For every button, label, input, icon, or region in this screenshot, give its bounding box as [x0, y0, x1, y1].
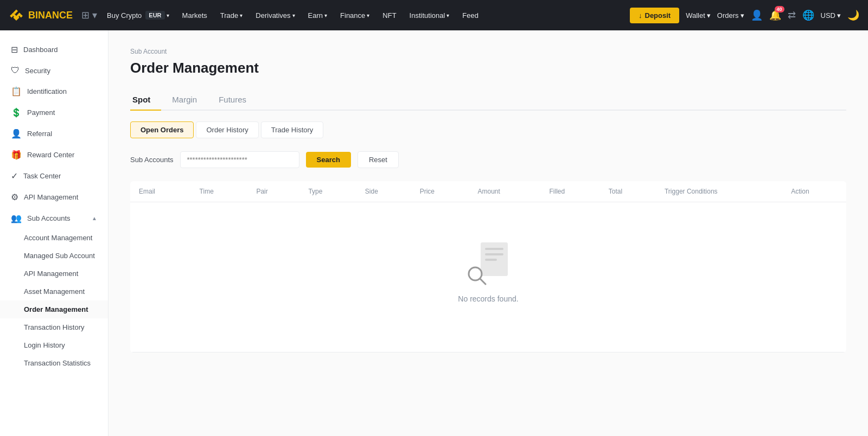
deposit-button[interactable]: ↓ Deposit — [630, 8, 679, 23]
nav-finance[interactable]: Finance ▾ — [335, 8, 375, 23]
reset-button[interactable]: Reset — [358, 151, 399, 168]
chevron-up-icon: ▲ — [92, 215, 97, 221]
sidebar-item-api-management[interactable]: ⚙ API Management — [0, 187, 108, 208]
nav-markets[interactable]: Markets — [177, 8, 213, 23]
orders-table-wrapper: Email Time Pair Type Side Price Amount F… — [130, 181, 846, 352]
sidebar-item-reward-center[interactable]: 🎁 Reward Center — [0, 144, 108, 165]
main-tabs: Spot Margin Futures — [130, 89, 846, 111]
binance-logo-icon — [9, 8, 24, 23]
sidebar-sub-account-management[interactable]: Account Management — [0, 229, 108, 247]
currency-selector[interactable]: USD ▾ — [821, 11, 841, 20]
deposit-icon: ↓ — [639, 11, 642, 20]
empty-state-cell: No records found. — [130, 202, 846, 344]
col-email: Email — [130, 181, 191, 202]
sidebar-sub-api-management[interactable]: API Management — [0, 265, 108, 283]
payment-icon: 💲 — [11, 107, 22, 118]
id-icon: 📋 — [11, 86, 22, 97]
tab-margin[interactable]: Margin — [170, 89, 208, 111]
empty-state-icon — [467, 242, 510, 286]
grid-icon[interactable]: ⊞ ▾ — [81, 9, 97, 21]
page-title: Order Management — [130, 60, 846, 76]
subtab-trade-history[interactable]: Trade History — [261, 121, 324, 138]
task-icon: ✓ — [11, 171, 18, 181]
orders-button[interactable]: Orders ▾ — [717, 11, 744, 20]
profile-icon[interactable]: 👤 — [751, 9, 763, 21]
sidebar-item-payment[interactable]: 💲 Payment — [0, 102, 108, 123]
theme-toggle[interactable]: 🌙 — [847, 9, 859, 21]
col-filled: Filled — [541, 181, 600, 202]
sidebar-sub-transaction-history[interactable]: Transaction History — [0, 318, 108, 336]
page-layout: ⊟ Dashboard 🛡 Security 📋 Identification … — [0, 30, 868, 436]
nav-feed[interactable]: Feed — [457, 8, 484, 23]
table-bottom-rule — [130, 352, 846, 352]
col-total: Total — [600, 181, 656, 202]
col-side: Side — [356, 181, 411, 202]
col-pair: Pair — [247, 181, 299, 202]
nav-buy-crypto[interactable]: Buy Crypto EUR ▾ — [101, 8, 175, 23]
col-time: Time — [191, 181, 248, 202]
dashboard-icon: ⊟ — [11, 44, 18, 55]
topnav-right: ↓ Deposit Wallet ▾ Orders ▾ 👤 🔔 40 ⇄ 🌐 U… — [630, 8, 859, 23]
nav-institutional[interactable]: Institutional ▾ — [404, 8, 455, 23]
col-amount: Amount — [469, 181, 541, 202]
sidebar-item-security[interactable]: 🛡 Security — [0, 60, 108, 81]
sidebar-sub-order-management[interactable]: Order Management — [0, 300, 108, 318]
table-header: Email Time Pair Type Side Price Amount F… — [130, 181, 846, 202]
subtab-order-history[interactable]: Order History — [196, 121, 258, 138]
nav-nft[interactable]: NFT — [377, 8, 401, 23]
top-navigation: BINANCE ⊞ ▾ Buy Crypto EUR ▾ Markets Tra… — [0, 0, 868, 30]
sidebar-sub-transaction-statistics[interactable]: Transaction Statistics — [0, 354, 108, 372]
empty-state: No records found. — [139, 210, 838, 336]
tab-futures[interactable]: Futures — [216, 89, 257, 111]
nav-derivatives[interactable]: Derivatives ▾ — [250, 8, 300, 23]
logo-text: BINANCE — [28, 10, 73, 21]
table-header-row: Email Time Pair Type Side Price Amount F… — [130, 181, 846, 202]
api-icon: ⚙ — [11, 192, 18, 202]
notification-wrapper: 🔔 40 — [769, 9, 781, 21]
sidebar-sub-asset-management[interactable]: Asset Management — [0, 283, 108, 300]
breadcrumb: Sub Account — [130, 48, 846, 55]
filter-label: Sub Accounts — [130, 156, 174, 164]
shield-icon: 🛡 — [11, 66, 20, 75]
sidebar: ⊟ Dashboard 🛡 Security 📋 Identification … — [0, 30, 108, 436]
sub-accounts-filter-input[interactable] — [180, 151, 299, 168]
subtab-open-orders[interactable]: Open Orders — [130, 121, 194, 138]
table-body: No records found. — [130, 202, 846, 344]
transfer-icon[interactable]: ⇄ — [788, 9, 796, 21]
wallet-button[interactable]: Wallet ▾ — [686, 11, 711, 20]
main-content: Sub Account Order Management Spot Margin… — [108, 30, 868, 436]
subtabs: Open Orders Order History Trade History — [130, 121, 846, 138]
sidebar-item-task-center[interactable]: ✓ Task Center — [0, 165, 108, 187]
nav-trade[interactable]: Trade ▾ — [215, 8, 248, 23]
sidebar-sub-login-history[interactable]: Login History — [0, 336, 108, 354]
notification-badge: 40 — [775, 6, 784, 12]
logo[interactable]: BINANCE — [9, 8, 73, 23]
empty-state-row: No records found. — [130, 202, 846, 344]
empty-state-text: No records found. — [458, 294, 518, 303]
sidebar-item-identification[interactable]: 📋 Identification — [0, 81, 108, 102]
col-trigger-conditions: Trigger Conditions — [656, 181, 782, 202]
magnify-icon — [467, 265, 487, 286]
sidebar-item-sub-accounts[interactable]: 👥 Sub Accounts ▲ — [0, 208, 108, 229]
main-navigation: Buy Crypto EUR ▾ Markets Trade ▾ Derivat… — [101, 8, 630, 23]
nav-earn[interactable]: Earn ▾ — [303, 8, 333, 23]
col-price: Price — [411, 181, 469, 202]
sidebar-item-referral[interactable]: 👤 Referral — [0, 123, 108, 144]
globe-icon[interactable]: 🌐 — [802, 9, 814, 21]
orders-table: Email Time Pair Type Side Price Amount F… — [130, 181, 846, 343]
referral-icon: 👤 — [11, 129, 22, 139]
col-action: Action — [782, 181, 846, 202]
svg-line-2 — [480, 279, 486, 284]
filter-row: Sub Accounts Search Reset — [130, 151, 846, 168]
sidebar-sub-managed-sub-account[interactable]: Managed Sub Account — [0, 247, 108, 265]
sub-accounts-icon: 👥 — [11, 213, 22, 223]
col-type: Type — [299, 181, 356, 202]
sidebar-item-dashboard[interactable]: ⊟ Dashboard — [0, 39, 108, 60]
tab-spot[interactable]: Spot — [130, 89, 161, 111]
reward-icon: 🎁 — [11, 150, 22, 160]
search-button[interactable]: Search — [306, 152, 351, 168]
